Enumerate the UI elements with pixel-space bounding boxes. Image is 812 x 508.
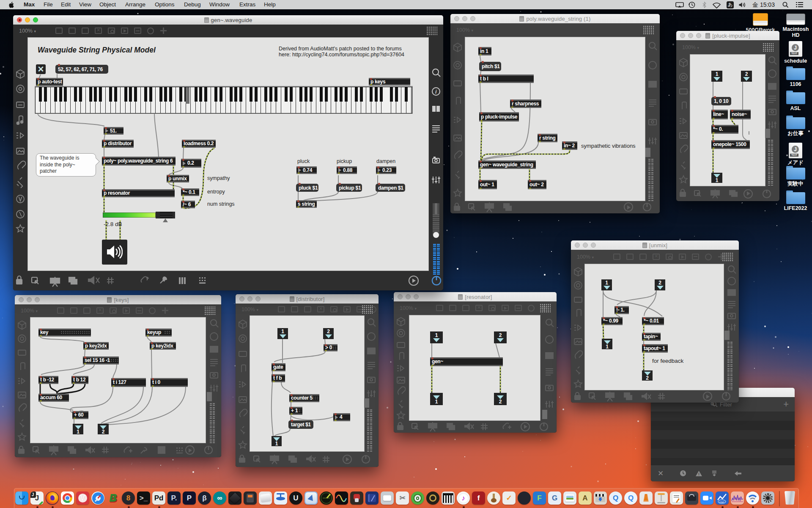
svg-text:!: ! bbox=[698, 472, 700, 476]
svg-text:intel: intel bbox=[719, 501, 724, 503]
